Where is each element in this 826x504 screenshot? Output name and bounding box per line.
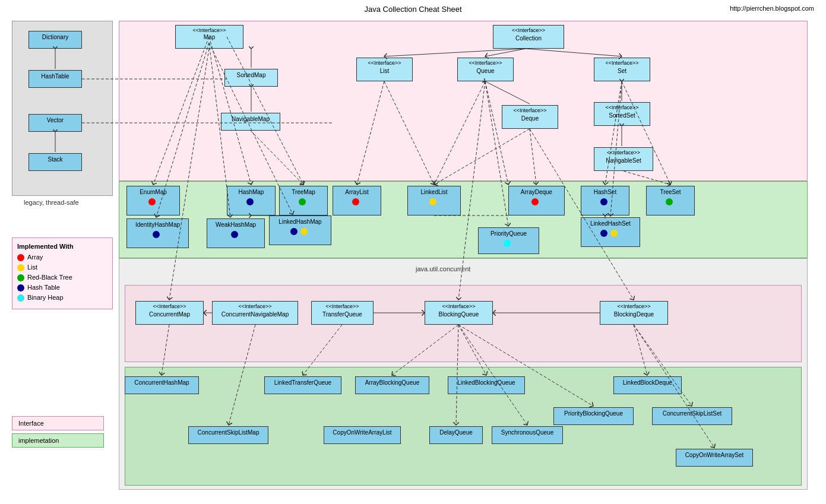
linkedblockingqueue-box: LinkedBlockingQueue	[448, 376, 525, 394]
treemap-box: TreeMap	[279, 186, 328, 215]
delayqueue-box: DelayQueue	[429, 426, 483, 444]
treeset-box: TreeSet	[646, 186, 695, 215]
priorityblockingqueue-box: PriorityBlockingQueue	[553, 407, 634, 425]
weakhashmap-box: WeakHashMap	[207, 218, 265, 248]
arraydeque-box: ArrayDeque	[508, 186, 565, 215]
queue-interface-box: <<Interface>>Queue	[457, 58, 514, 81]
legend-array: Array	[17, 253, 107, 261]
synchronousqueue-box: SynchronousQueue	[492, 426, 563, 444]
dictionary-box: Dictionary	[29, 31, 82, 49]
identityhashmap-box: IdentityHashMap	[126, 218, 189, 248]
hashset-box: HashSet	[581, 186, 629, 215]
linkedhashset-box: LinkedHashSet	[581, 217, 640, 247]
concurrentskiplistmap-box: ConcurrentSkipListMap	[188, 426, 268, 444]
linkedtransferqueue-box: LinkedTransferQueue	[264, 376, 341, 394]
legend-box: Implemented With Array List Red-Black Tr…	[12, 237, 113, 309]
legend-list: List	[17, 264, 107, 271]
legend-rbt: Red-Black Tree	[17, 274, 107, 281]
priorityqueue-box: PriorityQueue	[478, 227, 539, 254]
enummap-box: EnumMap	[126, 186, 180, 215]
hashmap-box: HashMap	[227, 186, 276, 215]
arraylist-box: ArrayList	[333, 186, 381, 215]
copyonwritearraylist-box: CopyOnWriteArrayList	[324, 426, 401, 444]
page-title: Java Collection Cheat Sheet	[364, 5, 461, 14]
concurrentskiplistset-box: ConcurrentSkipListSet	[652, 407, 732, 425]
legacy-label: legacy, thread-safe	[24, 199, 79, 206]
map-interface-box: <<Interface>>Map	[175, 25, 243, 49]
hashtable-box: HashTable	[29, 70, 82, 88]
navigableset-box: <<Interface>>NavigableSet	[594, 147, 653, 171]
legend-impl-label: implemetation	[12, 433, 104, 448]
legend-interface-label: Interface	[12, 416, 104, 430]
deque-interface-box: <<Interface>>Deque	[502, 105, 558, 129]
legend-title: Implemented With	[17, 243, 107, 250]
blockingqueue-box: <<Interface>>BlockingQueue	[425, 301, 493, 325]
list-interface-box: <<Interface>>List	[356, 58, 413, 81]
stack-box: Stack	[29, 153, 82, 171]
blockingdeque-box: <<Interface>>BlockingDeque	[600, 301, 668, 325]
linkedblockdeque-box: LinkedBlockDeque	[613, 376, 682, 394]
arrayblockingqueue-box: ArrayBlockingQueue	[355, 376, 429, 394]
concurrent-label: java.util.concurrent	[416, 265, 470, 272]
concurrentmap-box: <<Interface>>ConcurrentMap	[135, 301, 204, 325]
vector-box: Vector	[29, 114, 82, 132]
navigablemap-box: NavigableMap	[221, 113, 280, 131]
linkedlist-box: LinkedList	[407, 186, 461, 215]
legend-hashtable: Hash Table	[17, 284, 107, 291]
legend-heap: Binary Heap	[17, 294, 107, 302]
concurrenthashmap-box: ConcurrentHashMap	[125, 376, 199, 394]
page-url: http://pierrchen.blogspot.com	[730, 5, 814, 12]
concurrentnavmap-box: <<Interface>>ConcurrentNavigableMap	[212, 301, 298, 325]
set-interface-box: <<Interface>>Set	[594, 58, 650, 81]
copyonwritearrayset-box: CopyOnWriteArraySet	[676, 449, 753, 467]
transferqueue-box: <<Interface>>TransferQueue	[311, 301, 374, 325]
sortedset-box: <<Interface>>SortedSet	[594, 102, 650, 126]
linkedhashmap-box: LinkedHashMap	[269, 215, 331, 245]
sortedmap-box: SortedMap	[224, 69, 278, 87]
collection-interface-box: <<Interface>>Collection	[493, 25, 564, 49]
